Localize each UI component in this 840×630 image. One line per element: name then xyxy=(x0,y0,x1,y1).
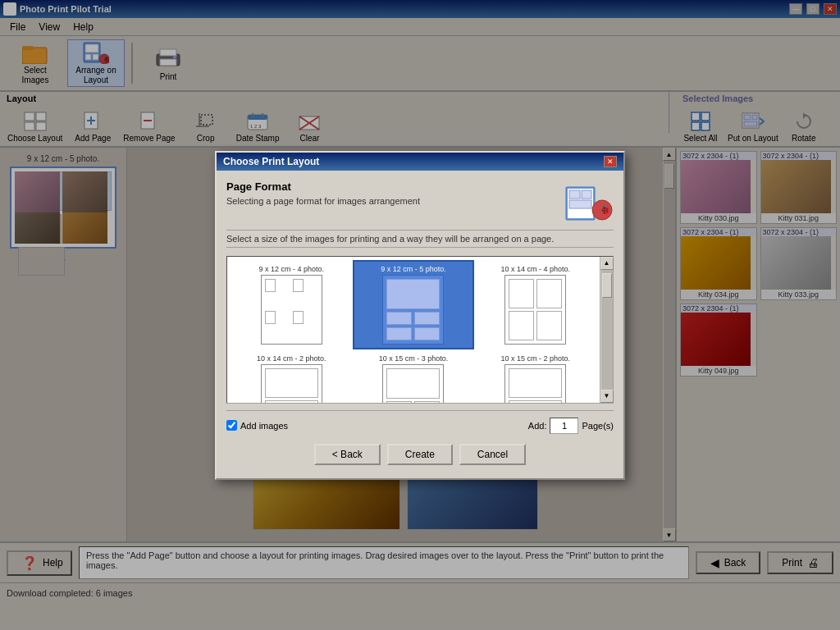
layout-preview xyxy=(382,275,444,345)
layout-options-grid: 9 x 12 cm - 4 photo. 9 x 12 cm - 5 photo… xyxy=(227,257,600,403)
add-images-checkbox[interactable] xyxy=(226,420,237,431)
dialog-titlebar: Choose Print Layout ✕ xyxy=(217,153,623,171)
svg-text:🐞: 🐞 xyxy=(599,203,611,216)
layout-option-label: 9 x 12 cm - 5 photo. xyxy=(381,265,446,273)
layout-grid-area: 9 x 12 cm - 4 photo. 9 x 12 cm - 5 photo… xyxy=(226,256,614,404)
dialog-close-button[interactable]: ✕ xyxy=(604,156,617,167)
pages-count-input[interactable] xyxy=(550,418,578,434)
choose-layout-dialog: Choose Print Layout ✕ Page Format Select… xyxy=(215,151,625,480)
dialog-description: Select a size of the images for printing… xyxy=(226,230,614,248)
dialog-overlay: Choose Print Layout ✕ Page Format Select… xyxy=(0,0,840,630)
svg-rect-48 xyxy=(582,190,591,199)
dialog-scroll-down[interactable]: ▼ xyxy=(600,390,614,403)
layout-option-9x12-4[interactable]: 9 x 12 cm - 4 photo. xyxy=(231,260,353,349)
dialog-buttons: < Back Create Cancel xyxy=(226,437,614,468)
dialog-scroll-track xyxy=(601,270,613,390)
dialog-title: Choose Print Layout xyxy=(223,156,319,167)
layout-option-10x15-3[interactable]: 10 x 15 cm - 3 photo. xyxy=(353,349,475,403)
dialog-bottom-options: Add images Add: Page(s) xyxy=(226,410,614,437)
layout-option-label: 10 x 15 cm - 3 photo. xyxy=(379,354,449,363)
cancel-button[interactable]: Cancel xyxy=(459,444,526,465)
layout-cell xyxy=(265,311,276,324)
dialog-scroll-thumb[interactable] xyxy=(602,273,612,298)
add-images-checkbox-label[interactable]: Add images xyxy=(226,420,288,431)
dialog-title-area: Page Format Selecting a page format for … xyxy=(226,180,420,206)
layout-preview xyxy=(261,364,322,403)
layout-option-label: 9 x 12 cm - 4 photo. xyxy=(259,265,325,273)
back-dialog-button[interactable]: < Back xyxy=(314,444,381,465)
create-button[interactable]: Create xyxy=(387,444,453,465)
layout-preview xyxy=(382,364,444,403)
layout-option-10x14-4[interactable]: 10 x 14 cm - 4 photo. xyxy=(474,260,596,349)
layout-cell xyxy=(293,311,304,324)
dialog-section-subtitle: Selecting a page format for images arran… xyxy=(226,196,420,206)
layout-option-10x14-2[interactable]: 10 x 14 cm - 2 photo. xyxy=(231,349,353,403)
add-images-label: Add images xyxy=(240,421,288,431)
layout-option-9x12-5[interactable]: 9 x 12 cm - 5 photo. xyxy=(353,260,475,349)
svg-rect-49 xyxy=(569,200,591,208)
add-label: Add: xyxy=(528,421,547,431)
layout-option-label: 10 x 15 cm - 2 photo. xyxy=(500,354,570,363)
svg-rect-47 xyxy=(569,190,580,199)
dialog-section-title: Page Format xyxy=(226,180,420,193)
add-pages-row: Add: Page(s) xyxy=(528,418,614,434)
dialog-body: Page Format Selecting a page format for … xyxy=(217,171,623,478)
layout-option-label: 10 x 14 cm - 2 photo. xyxy=(257,354,326,363)
layout-cell xyxy=(293,279,304,292)
dialog-header: Page Format Selecting a page format for … xyxy=(226,180,614,221)
layout-option-10x15-2[interactable]: 10 x 15 cm - 2 photo. xyxy=(474,349,596,403)
layout-preview xyxy=(261,275,322,345)
pages-label: Page(s) xyxy=(582,421,614,431)
layout-option-label: 10 x 14 cm - 4 photo. xyxy=(500,265,570,273)
dialog-scrollbar[interactable]: ▲ ▼ xyxy=(600,257,613,403)
layout-preview xyxy=(504,364,566,403)
layout-cell xyxy=(265,279,276,292)
dialog-scroll-up[interactable]: ▲ xyxy=(600,257,614,270)
dialog-logo: 🐞 xyxy=(564,180,614,221)
layout-preview xyxy=(504,275,566,345)
